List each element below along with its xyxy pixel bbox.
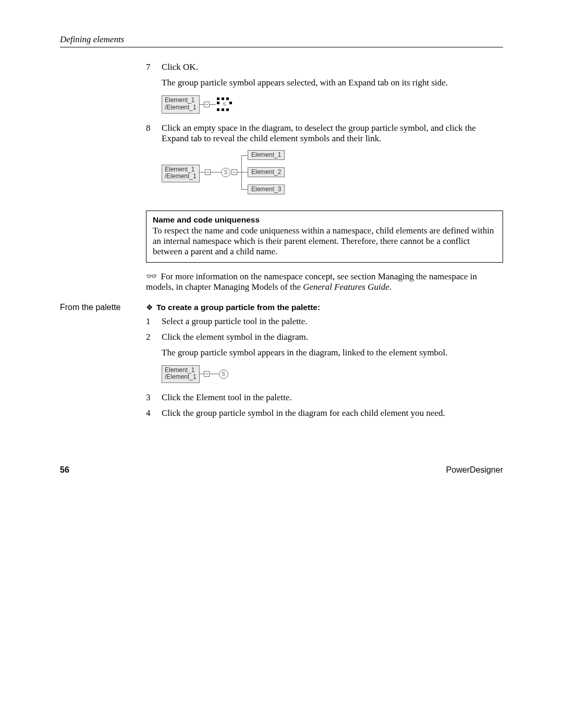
step-1: 1 Select a group particle tool in the pa… (146, 316, 503, 329)
glasses-icon: 👓 (146, 272, 156, 281)
step-4: 4 Click the group particle symbol in the… (146, 408, 503, 421)
diagram-particle-linked: Element_1 /Element_1 S (162, 365, 503, 384)
step-text: Click the Element tool in the palette. (162, 392, 503, 403)
step-text: Click the group particle symbol in the d… (162, 408, 503, 418)
element-name: Element_1 (165, 166, 197, 174)
running-header: Defining elements (60, 34, 503, 47)
procedure-heading: ❖ To create a group particle from the pa… (146, 303, 503, 312)
step-continuation: The group particle symbol appears in the… (162, 348, 503, 358)
note-box: Name and code uniqueness To respect the … (146, 211, 503, 263)
page-footer: 56 PowerDesigner (60, 465, 503, 475)
step-text: Click OK. (162, 62, 503, 72)
diagram-expanded-children: Element_1 /Element_1 S Element_1 Element… (162, 149, 503, 201)
connector-line (210, 374, 219, 374)
connector-line (210, 104, 216, 105)
element-name: Element_1 (165, 97, 197, 104)
step-number: 2 (146, 332, 162, 344)
step-8: 8 Click an empty space in the diagram, t… (146, 123, 503, 146)
expand-tab-icon (204, 371, 210, 377)
expand-tab-icon (205, 169, 211, 175)
step-7: 7 Click OK. (146, 62, 503, 75)
element-box-root: Element_1 /Element_1 (162, 165, 200, 183)
note-body: To respect the name and code uniqueness … (153, 226, 496, 257)
step-number: 7 (146, 62, 162, 75)
note-title: Name and code uniqueness (153, 215, 496, 225)
step-number: 1 (146, 316, 162, 329)
reference-title: General Features Guide (303, 282, 389, 292)
selection-handles-icon: S (217, 97, 232, 111)
step-3: 3 Click the Element tool in the palette. (146, 392, 503, 405)
connector-line (200, 172, 205, 172)
child-element-box: Element_1 (248, 150, 285, 161)
element-close: /Element_1 (165, 374, 197, 381)
child-element-box: Element_2 (248, 167, 285, 178)
element-box: Element_1 /Element_1 (162, 95, 200, 114)
connector-line (200, 374, 204, 374)
step-2: 2 Click the element symbol in the diagra… (146, 332, 503, 344)
page-number: 56 (60, 465, 69, 475)
step-number: 3 (146, 392, 162, 405)
side-label: From the palette (60, 303, 146, 312)
connector-line (241, 155, 242, 189)
connector-line (237, 172, 248, 172)
step-continuation: The group particle symbol appears select… (162, 78, 503, 88)
connector-line (200, 104, 204, 105)
step-text: Select a group particle tool in the pale… (162, 316, 503, 327)
element-box: Element_1 /Element_1 (162, 365, 200, 384)
element-close: /Element_1 (165, 173, 197, 180)
step-number: 4 (146, 408, 162, 421)
step-text: Click an empty space in the diagram, to … (162, 123, 503, 144)
connector-line (241, 189, 248, 190)
expand-tab-icon (204, 102, 210, 107)
procedure-title: To create a group particle from the pale… (156, 303, 320, 312)
product-name: PowerDesigner (446, 465, 503, 475)
sequence-node-icon: S (219, 369, 228, 379)
connector-line (241, 155, 248, 156)
cross-reference: 👓 For more information on the namespace … (146, 271, 503, 292)
expand-tab-icon (231, 169, 237, 175)
reference-period: . (389, 282, 391, 292)
step-number: 8 (146, 123, 162, 146)
step-text: Click the element symbol in the diagram. (162, 332, 503, 342)
connector-line (211, 172, 221, 172)
element-name: Element_1 (165, 367, 197, 374)
sequence-node-icon: S (221, 168, 230, 177)
bullet-icon: ❖ (146, 303, 156, 312)
element-close: /Element_1 (165, 104, 197, 112)
diagram-group-particle-selected: Element_1 /Element_1 S (162, 95, 503, 114)
child-element-box: Element_3 (248, 184, 285, 195)
